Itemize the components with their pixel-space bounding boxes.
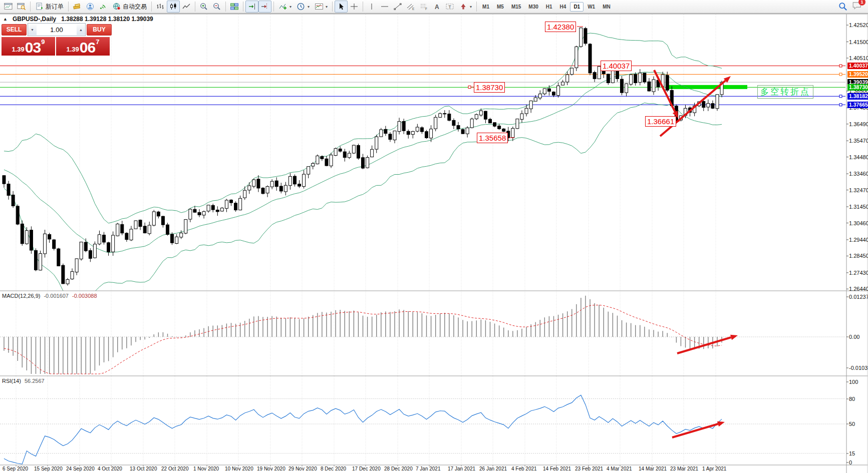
text-label-icon: T (445, 3, 454, 11)
cursor-tool-button[interactable] (335, 1, 348, 13)
chart-shift-button[interactable] (258, 1, 271, 13)
trendline-icon (393, 3, 402, 11)
autotrading-icon (112, 3, 121, 11)
auto-scroll-icon (247, 3, 256, 11)
volume-down-button[interactable]: ▼ (28, 24, 37, 35)
buy-price-pip: 7 (96, 38, 99, 46)
sell-price-big: 03 (25, 41, 41, 55)
timeframe-h1[interactable]: H1 (542, 2, 556, 12)
indicators-button[interactable]: ▾ (276, 1, 294, 13)
auto-scroll-button[interactable] (245, 1, 258, 13)
sell-price[interactable]: 1.39 03 9 (2, 37, 55, 56)
one-click-trading-panel: SELL ▼ ▲ BUY 1.39 03 9 1.39 06 7 (2, 23, 112, 56)
scale-ticks (846, 25, 848, 462)
bar-chart-icon (156, 3, 165, 11)
dropdown-arrow-icon: ▾ (470, 5, 472, 9)
text-label-tool-button[interactable]: T (443, 1, 456, 13)
candlestick-chart-button[interactable] (167, 1, 180, 13)
equidistant-channel-icon: E (406, 3, 415, 11)
horizontal-line-tool-button[interactable] (378, 1, 391, 13)
vertical-line-icon (367, 3, 376, 11)
zoom-out-icon (212, 3, 221, 11)
timeframe-mn[interactable]: MN (599, 2, 614, 12)
templates-button[interactable]: ▾ (312, 1, 330, 13)
notification-badge: 1 (858, 0, 865, 6)
new-order-label: 新订单 (46, 3, 64, 11)
toolbar-separator (332, 2, 333, 12)
candlestick-chart-icon (169, 3, 178, 11)
crosshair-tool-button[interactable] (348, 1, 361, 13)
channel-tool-button[interactable]: E (404, 1, 417, 13)
rsi-value: 56.2567 (25, 378, 45, 384)
trendline-tool-button[interactable] (391, 1, 404, 13)
profiles-icon (17, 3, 26, 11)
buy-price[interactable]: 1.39 06 7 (56, 37, 110, 56)
buy-button[interactable]: BUY (87, 24, 112, 36)
collapse-panel-icon[interactable]: ▲ (3, 17, 8, 22)
sell-price-prefix: 1.39 (12, 45, 25, 55)
rsi-indicator (0, 395, 845, 464)
volume-input[interactable] (37, 24, 77, 35)
timeframe-m1[interactable]: M1 (479, 2, 493, 12)
line-chart-button[interactable] (180, 1, 193, 13)
timeframe-bar: M1M5M15M30H1H4D1W1MN (479, 2, 614, 12)
chat-button[interactable]: 1 (852, 1, 862, 12)
toolbar-separator (225, 2, 226, 12)
indicators-icon (278, 3, 287, 11)
history-center-button[interactable] (71, 1, 84, 13)
ohlc-values: 1.38288 1.39128 1.38120 1.39039 (61, 16, 153, 23)
support-zone-band[interactable] (666, 85, 747, 89)
horizontal-line-icon (380, 3, 389, 11)
profiles-button[interactable] (15, 1, 28, 13)
fibonacci-icon: F (419, 3, 428, 11)
arrow-objects-icon (459, 3, 468, 11)
signal-button[interactable] (97, 1, 110, 13)
crosshair-icon (350, 3, 359, 11)
timeframe-w1[interactable]: W1 (584, 2, 599, 12)
tile-windows-button[interactable] (228, 1, 241, 13)
chart-shift-icon (260, 3, 269, 11)
gold-bar-icon (73, 3, 82, 11)
community-button[interactable] (84, 1, 97, 13)
price-chart[interactable] (0, 0, 868, 473)
zoom-in-icon (199, 3, 208, 11)
svg-text:F: F (425, 7, 427, 11)
chart-title: ▲ GBPUSD-,Daily 1.38288 1.39128 1.38120 … (3, 16, 153, 23)
macd-indicator (0, 296, 845, 374)
bar-chart-button[interactable] (154, 1, 167, 13)
new-order-icon (35, 3, 44, 11)
rsi-label: RSI(14) 56.2567 (2, 378, 45, 384)
svg-text:T: T (448, 5, 451, 10)
text-tool-button[interactable]: A (430, 1, 443, 13)
vertical-line-tool-button[interactable] (365, 1, 378, 13)
person-icon (86, 3, 95, 11)
timeframe-d1[interactable]: D1 (570, 2, 584, 12)
timeframe-m30[interactable]: M30 (525, 2, 541, 12)
volume-up-button[interactable]: ▲ (77, 24, 85, 35)
toolbar-separator (476, 2, 477, 12)
dropdown-arrow-icon: ▾ (308, 5, 310, 9)
search-icon[interactable] (838, 2, 848, 11)
zoom-in-button[interactable] (197, 1, 210, 13)
panel-borders (0, 14, 868, 473)
new-chart-button[interactable] (2, 1, 15, 13)
timeframe-m15[interactable]: M15 (508, 2, 524, 12)
autotrading-label: 自动交易 (123, 3, 147, 11)
text-icon: A (432, 3, 441, 11)
new-order-button[interactable]: 新订单 (33, 1, 66, 13)
timeframe-h4[interactable]: H4 (556, 2, 570, 12)
timeframe-m5[interactable]: M5 (493, 2, 507, 12)
arrows-tool-button[interactable]: ▾ (456, 1, 474, 13)
toolbar-separator (243, 2, 243, 12)
sell-button[interactable]: SELL (2, 24, 27, 36)
toolbar: 新订单 自动交易 (0, 0, 868, 14)
dropdown-arrow-icon: ▾ (326, 5, 328, 9)
autotrading-button[interactable]: 自动交易 (110, 1, 149, 13)
periods-button[interactable]: ▾ (294, 1, 312, 13)
toolbar-separator (30, 2, 31, 12)
clock-icon (297, 3, 306, 11)
fibonacci-tool-button[interactable]: F (417, 1, 430, 13)
zoom-out-button[interactable] (210, 1, 223, 13)
macd-name: MACD(12,26,9) (2, 293, 40, 299)
svg-text:A: A (435, 4, 439, 11)
